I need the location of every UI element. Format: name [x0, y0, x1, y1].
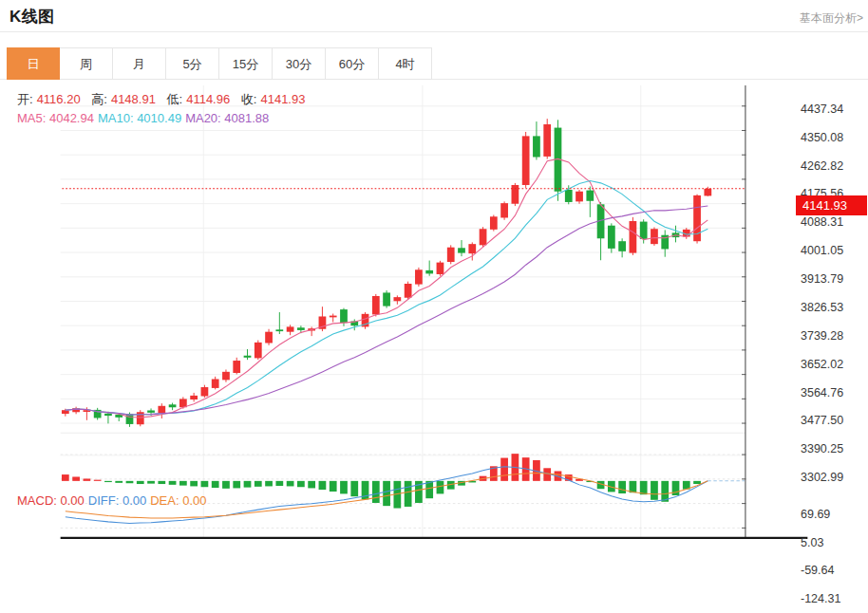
tab-day[interactable]: 日 [7, 47, 60, 80]
macd-hist-bar [319, 481, 327, 490]
low-label: 低: [167, 92, 183, 106]
candle-body [158, 406, 165, 414]
tab-week[interactable]: 周 [60, 47, 113, 80]
macd-hist-bar [190, 481, 198, 487]
candle-body [275, 329, 283, 331]
macd-hist-bar [179, 481, 187, 486]
macd-legend-item-0: MACD: 0.00 [17, 493, 85, 508]
macd-legend-item-1: DIFF: 0.00 [88, 493, 146, 508]
macd-hist-bar [62, 474, 69, 481]
macd-hist-bar [158, 481, 165, 484]
candle-body [490, 216, 498, 230]
candle-body [630, 221, 637, 253]
candle-body [169, 404, 177, 407]
candle-body [244, 356, 252, 358]
macd-hist-bar [265, 481, 273, 487]
tab-30min[interactable]: 30分 [273, 47, 326, 80]
macd-axis-label: 69.69 [801, 508, 867, 522]
ma-legend-item-2: MA20: 4081.88 [185, 111, 269, 125]
candle-body [147, 410, 155, 412]
tab-60min[interactable]: 60分 [326, 47, 379, 80]
ma-legend-item-0: MA5: 4042.94 [17, 111, 94, 125]
price-axis-label: 4437.34 [801, 102, 867, 117]
macd-axis-label: -59.64 [801, 564, 867, 578]
candle-body [576, 192, 583, 202]
candle-body [104, 414, 112, 416]
tab-15min[interactable]: 15分 [219, 47, 273, 80]
candle-body [533, 136, 540, 157]
candle-body [586, 191, 594, 201]
macd-hist-bar [672, 481, 680, 495]
macd-hist-bar [693, 481, 701, 484]
macd-hist-bar [640, 481, 648, 494]
macd-hist-bar [405, 481, 412, 507]
ma5-line [66, 158, 708, 418]
chart-area: 开:4116.20 高:4148.91 低:4114.96 收:4141.93 … [0, 85, 868, 613]
price-axis-label: 4350.08 [801, 131, 867, 145]
candle-body [618, 241, 626, 251]
candle-body [468, 244, 476, 253]
candle-body [297, 327, 305, 330]
current-price-badge: 4141.93 [796, 195, 867, 215]
candle-body [287, 326, 294, 331]
price-axis-label: 4262.82 [801, 159, 867, 174]
tab-4hour[interactable]: 4时 [379, 47, 432, 80]
macd-hist-bar [383, 481, 390, 506]
macd-hist-bar [350, 481, 358, 496]
macd-axis-label: -124.31 [801, 592, 867, 606]
macd-legend: MACD: 0.00DIFF: 0.00DEA: 0.00 [17, 493, 211, 508]
candle-body [415, 269, 423, 284]
macd-hist-bar [618, 481, 626, 493]
high-value: 4148.91 [111, 92, 156, 106]
ohlc-legend: 开:4116.20 高:4148.91 低:4114.96 收:4141.93 [17, 91, 312, 108]
macd-hist-bar [72, 476, 80, 480]
macd-hist-bar [169, 481, 177, 485]
macd-axis-label: 5.03 [801, 536, 867, 550]
macd-hist-bar [275, 481, 283, 486]
open-label: 开: [17, 92, 33, 106]
close-value: 4141.93 [260, 92, 305, 106]
candle-body [372, 296, 380, 314]
candle-body [405, 284, 412, 298]
macd-hist-bar [437, 481, 444, 494]
price-axis-label: 3564.76 [801, 386, 867, 400]
macd-hist-bar [84, 478, 91, 480]
macd-hist-bar [212, 481, 219, 488]
candle-body [425, 270, 433, 274]
macd-hist-bar [137, 481, 144, 484]
candle-body [543, 124, 551, 157]
candle-body [340, 309, 348, 323]
price-axis-label: 3652.02 [801, 358, 867, 372]
tab-5min[interactable]: 5分 [166, 47, 219, 80]
macd-hist-bar [287, 481, 294, 487]
macd-hist-bar [297, 481, 305, 487]
price-axis-label: 3826.53 [801, 301, 867, 315]
macd-hist-bar [233, 481, 240, 489]
candle-body [265, 332, 273, 344]
macd-hist-bar [147, 481, 155, 484]
kline-macd-canvas[interactable] [0, 85, 868, 613]
macd-hist-bar [425, 481, 433, 498]
macd-hist-bar [222, 481, 230, 489]
candle-body [62, 410, 69, 414]
macd-hist-bar [244, 481, 252, 488]
macd-hist-bar [340, 481, 348, 494]
price-axis-label: 4088.31 [801, 215, 867, 230]
tab-month[interactable]: 月 [113, 47, 166, 80]
page-header: K线图 基本面分析> [0, 0, 868, 32]
fundamental-analysis-link[interactable]: 基本面分析> [800, 10, 863, 27]
candle-body [233, 361, 240, 373]
candle-body [522, 136, 530, 185]
macd-hist-bar [126, 481, 134, 483]
high-label: 高: [91, 92, 107, 106]
price-axis-label: 3302.99 [801, 471, 867, 485]
open-value: 4116.20 [37, 92, 81, 106]
candle-body [222, 372, 230, 381]
candle-body [190, 396, 198, 399]
macd-hist-bar [651, 481, 658, 500]
page-title: K线图 [9, 6, 55, 28]
macd-legend-item-2: DEA: 0.00 [150, 493, 206, 508]
candle-body [437, 263, 444, 274]
macd-hist-bar [661, 481, 669, 502]
ma-legend: MA5: 4042.94MA10: 4010.49MA20: 4081.88 [17, 111, 273, 125]
